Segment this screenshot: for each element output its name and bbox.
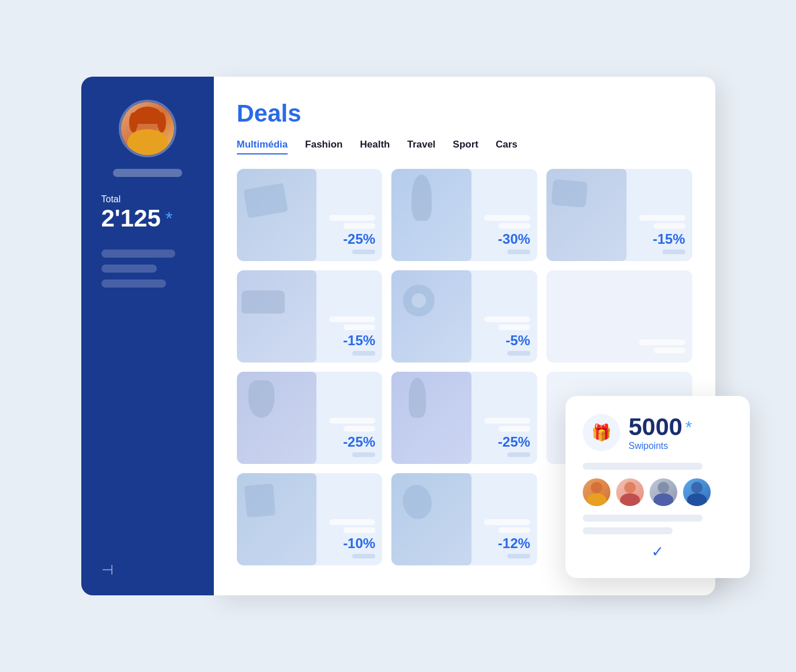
swipoints-value-container: 5000 * Swipoints — [629, 413, 692, 451]
floating-text-2 — [583, 515, 703, 522]
person-head-1 — [591, 482, 602, 493]
avatar-hair — [134, 107, 161, 124]
deal-title-8 — [484, 418, 530, 424]
tab-travel[interactable]: Travel — [407, 139, 435, 154]
mini-avatar-4 — [683, 478, 711, 506]
deal-discount-10: -10% — [343, 535, 375, 552]
bath-shape — [400, 482, 435, 522]
tab-fashion[interactable]: Fashion — [305, 139, 342, 154]
mini-avatar-inner-2 — [616, 478, 644, 506]
donut-hole — [412, 293, 426, 308]
deal-discount-1: -25% — [343, 231, 375, 247]
checkmark-icon[interactable]: ✓ — [651, 543, 664, 561]
tab-cars[interactable]: Cars — [496, 139, 518, 154]
deal-info-10: -10% — [244, 519, 376, 558]
swipoints-number: 5000 — [629, 413, 682, 441]
app-container: Total 2'125 * ⊣ Deals Multimédia Fashion… — [81, 77, 715, 595]
floating-swipoints-card: 🎁 5000 * Swipoints — [565, 396, 750, 578]
deal-subtitle-1 — [344, 223, 375, 229]
deal-card-2[interactable]: -30% — [391, 169, 537, 261]
avatar-image — [121, 102, 174, 155]
person-head-4 — [691, 482, 703, 493]
deal-bar-2 — [507, 250, 530, 254]
deal-title-7 — [329, 418, 375, 424]
mini-avatar-2 — [616, 478, 644, 506]
deal-bar-8 — [507, 452, 530, 457]
avatars-row — [583, 478, 733, 506]
deal-bar-7 — [352, 452, 375, 457]
deal-discount-7: -25% — [343, 434, 375, 450]
user-name-placeholder — [113, 169, 182, 177]
deal-card-11[interactable]: -12% — [391, 473, 537, 565]
total-label: Total — [101, 194, 121, 205]
deal-card-1[interactable]: -25% — [237, 169, 383, 261]
faucet-shape — [244, 484, 276, 518]
page-title: Deals — [237, 100, 692, 127]
deal-subtitle-5 — [499, 324, 530, 330]
deal-info-4: -15% — [244, 316, 376, 356]
deal-discount-4: -15% — [343, 333, 375, 349]
deal-bar-4 — [352, 351, 375, 356]
deal-card-3[interactable]: -15% — [546, 169, 692, 261]
deal-bar-11 — [507, 554, 530, 558]
deal-discount-3: -15% — [652, 231, 685, 247]
person-head-3 — [658, 482, 669, 493]
deal-discount-5: -5% — [505, 333, 530, 349]
deal-subtitle-10 — [344, 527, 375, 533]
tech-shape — [243, 183, 288, 218]
deal-bar-10 — [352, 554, 375, 558]
mini-avatar-inner-1 — [583, 478, 610, 506]
main-content: Deals Multimédia Fashion Health Travel S… — [214, 77, 715, 595]
deal-subtitle-8 — [499, 426, 530, 432]
person-body-2 — [620, 493, 640, 506]
deal-card-6[interactable] — [546, 270, 692, 363]
deal-card-8[interactable]: -25% — [391, 372, 537, 464]
deal-discount-8: -25% — [498, 434, 530, 450]
deal-discount-11: -12% — [498, 535, 530, 552]
gift-icon: 🎁 — [591, 423, 612, 442]
deal-title-6 — [639, 339, 685, 345]
deal-bar-3 — [662, 250, 685, 254]
deal-subtitle-4 — [344, 324, 375, 330]
logout-icon[interactable]: ⊣ — [101, 562, 114, 578]
mini-avatar-3 — [650, 478, 677, 506]
deal-info-1: -25% — [244, 215, 376, 254]
kitchen-shape — [551, 179, 588, 207]
floating-text-3 — [583, 527, 673, 534]
bottle-shape — [409, 377, 426, 418]
deal-title-10 — [329, 519, 375, 525]
deal-card-7[interactable]: -25% — [237, 372, 383, 464]
user-avatar — [119, 100, 176, 157]
person-body-3 — [654, 493, 673, 506]
tab-multimedia[interactable]: Multimédia — [237, 139, 288, 154]
person-body-1 — [587, 493, 606, 506]
deal-subtitle-11 — [499, 527, 530, 533]
deal-subtitle-6 — [654, 348, 685, 353]
nav-items — [93, 250, 202, 288]
swipoints-asterisk: * — [685, 417, 692, 437]
swipoints-number-row: 5000 * — [629, 413, 692, 441]
deal-card-4[interactable]: -15% — [237, 270, 383, 363]
nav-item-2[interactable] — [101, 265, 157, 273]
deal-card-10[interactable]: -10% — [237, 473, 383, 565]
car-shape — [242, 290, 285, 314]
deal-discount-2: -30% — [498, 231, 530, 247]
deal-card-5[interactable]: -5% — [391, 270, 537, 363]
floating-bottom-lines — [583, 515, 733, 534]
tab-sport[interactable]: Sport — [453, 139, 478, 154]
deal-title-1 — [329, 215, 375, 221]
deal-info-3: -15% — [553, 215, 685, 254]
nav-item-1[interactable] — [101, 250, 175, 258]
mini-avatar-inner-4 — [683, 478, 711, 506]
swipoints-section: 🎁 5000 * Swipoints — [583, 413, 733, 451]
floating-text-1 — [583, 463, 703, 470]
deal-bar-5 — [507, 351, 530, 356]
total-number: 2'125 — [101, 205, 161, 232]
sidebar: Total 2'125 * ⊣ — [81, 77, 214, 595]
deal-info-8: -25% — [398, 418, 530, 457]
mini-avatar-inner-3 — [650, 478, 677, 506]
person-head-2 — [624, 482, 636, 493]
tab-health[interactable]: Health — [360, 139, 390, 154]
deal-subtitle-3 — [654, 223, 685, 229]
nav-item-3[interactable] — [101, 280, 166, 288]
